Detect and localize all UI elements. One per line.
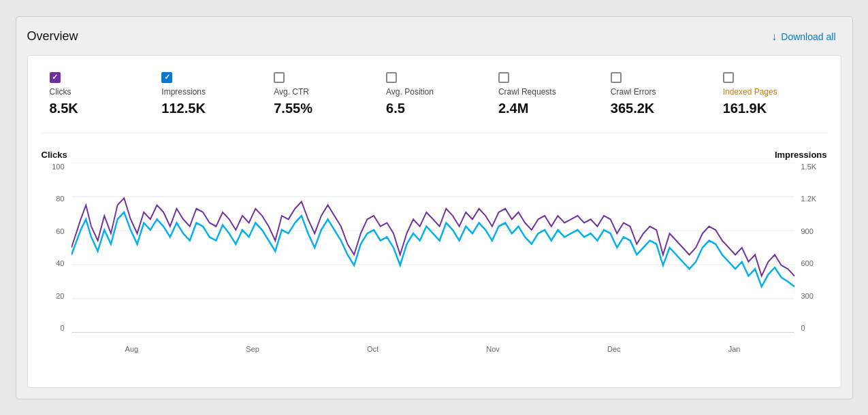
checkbox-indexed_pages[interactable] — [723, 72, 734, 83]
metric-value-avg_ctr: 7.55% — [274, 101, 370, 116]
y-right-label: 600 — [801, 259, 814, 267]
chart-left-label: Clicks — [42, 150, 67, 160]
main-card: ✓ Clicks 8.5K ✓ Impressions 112.5K Avg. … — [27, 55, 841, 388]
x-label: Oct — [367, 345, 379, 353]
chart-container: 100806040200 1.5K1.2K9006003000 — [42, 163, 827, 353]
metric-avg_ctr[interactable]: Avg. CTR 7.55% — [266, 67, 378, 122]
chart-svg — [71, 163, 794, 333]
metric-label-crawl_requests: Crawl Requests — [498, 87, 594, 97]
x-label: Sep — [246, 345, 259, 353]
y-axis-left: 100806040200 — [42, 163, 69, 333]
checkbox-avg_ctr[interactable] — [274, 72, 285, 83]
metric-label-crawl_errors: Crawl Errors — [611, 87, 707, 97]
y-left-label: 40 — [56, 259, 64, 267]
metric-value-avg_position: 6.5 — [386, 101, 482, 116]
checkbox-crawl_requests[interactable] — [498, 72, 509, 83]
y-right-label: 0 — [801, 324, 805, 332]
checkbox-crawl_errors[interactable] — [611, 72, 622, 83]
metric-label-clicks: Clicks — [50, 87, 146, 97]
x-label: Aug — [125, 345, 139, 353]
metric-value-crawl_errors: 365.2K — [611, 101, 707, 116]
metric-clicks[interactable]: ✓ Clicks 8.5K — [42, 67, 154, 122]
metric-value-clicks: 8.5K — [50, 101, 146, 116]
panel-header: Overview ↓ Download all — [27, 28, 841, 46]
metric-crawl_requests[interactable]: Crawl Requests 2.4M — [490, 67, 602, 122]
overview-panel: Overview ↓ Download all ✓ Clicks 8.5K ✓ … — [16, 16, 853, 399]
y-left-label: 20 — [56, 292, 64, 300]
x-label: Nov — [486, 345, 500, 353]
metric-label-avg_position: Avg. Position — [386, 87, 482, 97]
checkbox-clicks[interactable]: ✓ — [50, 72, 61, 83]
y-axis-right: 1.5K1.2K9006003000 — [797, 163, 827, 333]
y-right-label: 300 — [801, 292, 814, 300]
metric-label-avg_ctr: Avg. CTR — [274, 87, 370, 97]
y-right-label: 900 — [801, 227, 814, 235]
metric-label-impressions: Impressions — [161, 87, 257, 97]
checkbox-impressions[interactable]: ✓ — [161, 72, 172, 83]
metrics-row: ✓ Clicks 8.5K ✓ Impressions 112.5K Avg. … — [42, 67, 827, 133]
chart-labels-top: Clicks Impressions — [42, 150, 827, 160]
download-icon: ↓ — [771, 31, 777, 43]
y-left-label: 60 — [56, 227, 64, 235]
x-label: Dec — [607, 345, 621, 353]
panel-title: Overview — [27, 29, 78, 44]
checkbox-avg_position[interactable] — [386, 72, 397, 83]
x-axis: AugSepOctNovDecJan — [71, 345, 794, 353]
metric-crawl_errors[interactable]: Crawl Errors 365.2K — [602, 67, 715, 122]
y-left-label: 100 — [52, 163, 64, 171]
chart-area: Clicks Impressions 100806040200 1.5K1.2K… — [42, 150, 827, 374]
metric-value-indexed_pages: 161.9K — [723, 101, 819, 116]
y-right-label: 1.2K — [801, 195, 817, 203]
download-all-button[interactable]: ↓ Download all — [766, 28, 841, 46]
y-right-label: 1.5K — [801, 163, 817, 171]
chart-right-label: Impressions — [775, 150, 827, 160]
metric-impressions[interactable]: ✓ Impressions 112.5K — [153, 67, 266, 122]
metric-avg_position[interactable]: Avg. Position 6.5 — [378, 67, 490, 122]
metric-indexed_pages[interactable]: Indexed Pages 161.9K — [715, 67, 827, 122]
metric-value-impressions: 112.5K — [161, 101, 257, 116]
metric-value-crawl_requests: 2.4M — [498, 101, 594, 116]
y-left-label: 80 — [56, 195, 64, 203]
download-label: Download all — [781, 31, 835, 42]
y-left-label: 0 — [60, 324, 64, 332]
x-label: Jan — [728, 345, 741, 353]
metric-label-indexed_pages: Indexed Pages — [723, 87, 819, 97]
